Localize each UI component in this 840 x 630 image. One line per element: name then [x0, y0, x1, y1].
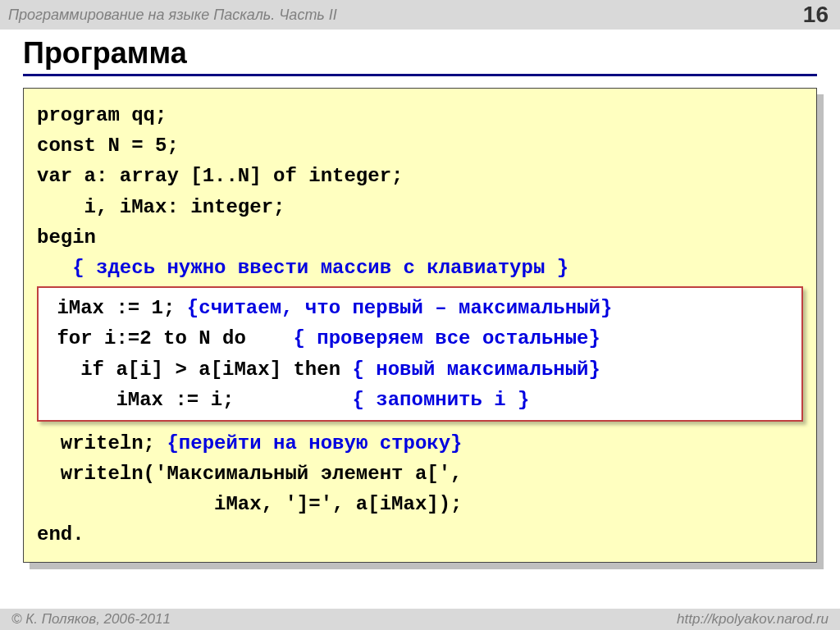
code-line: iMax := 1; {считаем, что первый – максим… [45, 293, 795, 323]
code-text: if a[i] > a[iMax] then [45, 358, 352, 381]
code-line: const N = 5; [37, 130, 803, 161]
code-line: program qq; [37, 100, 803, 130]
code-line: end. [37, 519, 803, 550]
slide: Программирование на языке Паскаль. Часть… [0, 0, 840, 630]
code-line: i, iMax: integer; [37, 192, 803, 222]
footer: © К. Поляков, 2006-2011 http://kpolyakov… [0, 609, 840, 630]
code-line: iMax := i; { запомнить i } [45, 385, 795, 415]
code-comment: { здесь нужно ввести массив с клавиатуры… [72, 257, 568, 279]
heading-wrap: Программа [0, 30, 840, 76]
code-line: if a[i] > a[iMax] then { новый максималь… [45, 354, 795, 385]
code-line: writeln; {перейти на новую строку} [37, 428, 803, 459]
code-line: iMax, ']=', a[iMax]); [37, 489, 803, 519]
code-text: for i:=2 to N do [45, 327, 293, 349]
page-number: 16 [803, 2, 829, 28]
highlight-frame: iMax := 1; {считаем, что первый – максим… [37, 286, 803, 422]
code-text: iMax := i; [45, 389, 352, 411]
code-line: var a: array [1..N] of integer; [37, 161, 803, 191]
code-text [37, 257, 72, 279]
code-line: { здесь нужно ввести массив с клавиатуры… [37, 253, 803, 283]
code-line: begin [37, 222, 803, 253]
code-line: for i:=2 to N do { проверяем все остальн… [45, 323, 795, 354]
code-line: writeln('Максимальный элемент a[', [37, 459, 803, 489]
footer-link[interactable]: http://kpolyakov.narod.ru [677, 611, 829, 628]
code-comment: { новый максимальный} [352, 358, 600, 381]
code-text: writeln; [37, 432, 167, 454]
slide-heading: Программа [23, 36, 817, 76]
copyright: © К. Поляков, 2006-2011 [11, 611, 171, 628]
code-comment: {считаем, что первый – максимальный} [187, 297, 612, 319]
code-comment: { запомнить i } [352, 389, 529, 411]
topbar-title: Программирование на языке Паскаль. Часть… [8, 7, 337, 24]
code-box-wrap: program qq; const N = 5; var a: array [1… [23, 88, 817, 563]
code-text: iMax := 1; [45, 297, 187, 319]
content: program qq; const N = 5; var a: array [1… [0, 76, 840, 609]
code-box: program qq; const N = 5; var a: array [1… [23, 88, 817, 563]
code-comment: { проверяем все остальные} [293, 327, 600, 349]
code-comment: {перейти на новую строку} [167, 432, 462, 454]
topbar: Программирование на языке Паскаль. Часть… [0, 0, 840, 30]
